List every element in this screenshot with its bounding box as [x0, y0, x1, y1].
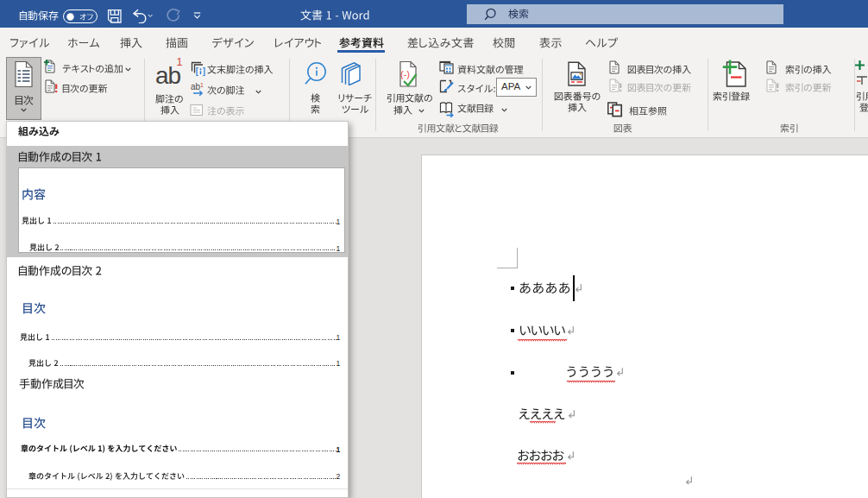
svg-text:(-): (-)	[400, 69, 410, 79]
svg-text:ab: ab	[191, 82, 201, 91]
svg-text:1: 1	[200, 82, 204, 88]
